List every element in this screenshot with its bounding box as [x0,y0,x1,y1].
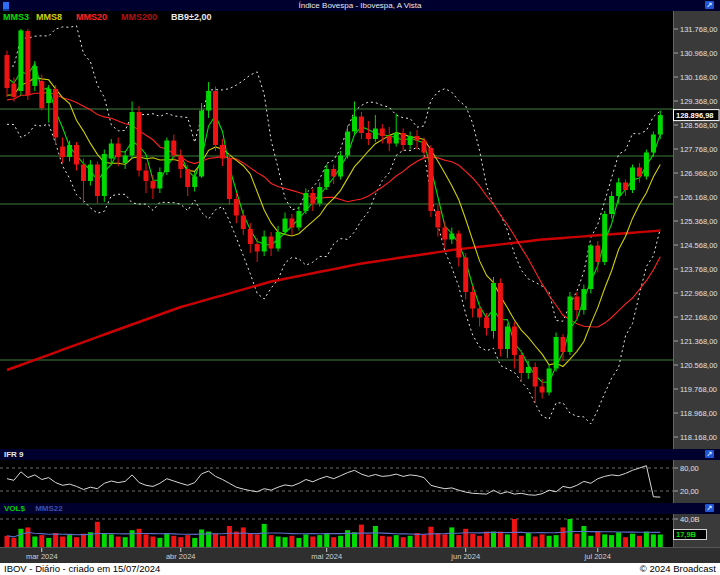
ifr-plot-area[interactable] [0,460,673,503]
window-title: Índice Bovespa - Ibovespa, A Vista [0,0,720,11]
expand-icon[interactable]: ↗ [705,450,714,458]
chart-window: Índice Bovespa - Ibovespa, A Vista ↗ MMS… [0,0,720,575]
ifr-panel-title: IFR 9 [4,450,24,459]
expand-icon[interactable]: ↗ [705,1,714,9]
vol-plot-area[interactable] [0,514,673,547]
chart-graphics: 131.768,00130.968,00130.168,00129.368,00… [0,0,720,575]
time-axis [0,547,720,564]
status-text: IBOV - Diário - criado em 15/07/2024 [4,563,160,575]
vol-ma-label: MMS22 [35,504,63,513]
ifr-axis-gutter [673,460,720,503]
vol-axis-gutter [673,514,720,547]
title-bar: Índice Bovespa - Ibovespa, A Vista ↗ [0,0,720,11]
price-axis-gutter [673,11,720,449]
vol-panel-title: VOL$ [4,504,25,513]
copyright-text: © 2024 Broadcast [640,563,716,575]
status-bar: IBOV - Diário - criado em 15/07/2024 © 2… [0,563,720,575]
vol-panel-header: VOL$ MMS22 ↗ [0,503,720,514]
ifr-panel-header: IFR 9 ↗ [0,449,720,460]
expand-icon[interactable]: ↗ [705,504,714,512]
main-plot-area[interactable] [0,11,673,449]
